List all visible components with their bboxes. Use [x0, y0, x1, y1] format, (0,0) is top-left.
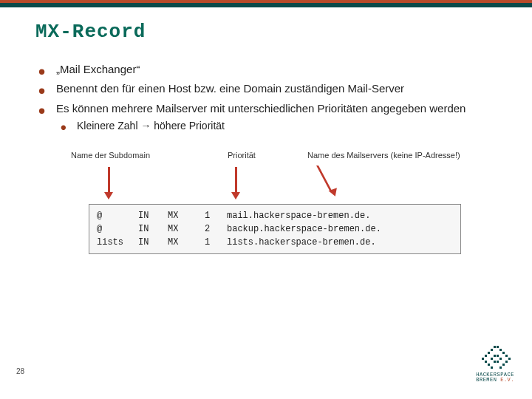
rec-prio: 1 — [205, 236, 227, 249]
rec-prio: 2 — [205, 222, 227, 236]
footer-logo: HACKERSPACE BREMEN E.V. — [476, 346, 514, 383]
rec-prio: 1 — [205, 209, 227, 222]
annotation-priority: Priorität — [228, 151, 256, 160]
rec-class: IN — [138, 236, 168, 249]
top-accent-bar — [0, 0, 532, 7]
rec-name: @ — [97, 222, 138, 236]
rec-type: MX — [168, 236, 205, 249]
rec-target: lists.hackerspace-bremen.de. — [227, 237, 376, 248]
rec-class: IN — [138, 222, 168, 236]
bullet-list: „Mail Exchanger“ Benennt den für einen H… — [35, 62, 497, 133]
rec-target: backup.hackerspace-bremen.de. — [227, 224, 381, 234]
page-number: 28 — [16, 367, 24, 375]
annotation-arrows — [71, 166, 497, 200]
rec-target: mail.hackerspace-bremen.de. — [227, 211, 370, 221]
rec-type: MX — [168, 209, 205, 222]
annotation-name: Name der Subdomain — [71, 151, 150, 160]
logo-line2-main: BREMEN — [476, 377, 497, 383]
bullet-item: „Mail Exchanger“ — [35, 62, 497, 77]
rec-name: @ — [97, 209, 138, 222]
annotation-target: Name des Mailservers (keine IP-Adresse!) — [307, 151, 460, 160]
logo-line2-suffix: E.V. — [500, 377, 514, 383]
arrow-icon — [108, 167, 110, 194]
rec-name: lists — [97, 236, 138, 249]
slide-title: MX-Record — [35, 21, 497, 43]
bullet-text: Es können mehrere Mailserver mit untersc… — [56, 102, 466, 115]
bullet-item: Benennt den für einen Host bzw. eine Dom… — [35, 81, 497, 96]
sub-bullet-list: Kleinere Zahl → höhere Priorität — [56, 119, 497, 133]
arrow-icon — [235, 167, 237, 194]
sub-bullet-item: Kleinere Zahl → höhere Priorität — [56, 119, 497, 133]
rec-type: MX — [168, 222, 205, 236]
annotation-row: Name der Subdomain Priorität Name des Ma… — [71, 151, 497, 166]
bullet-item: Es können mehrere Mailserver mit untersc… — [35, 101, 497, 133]
arrow-icon — [316, 166, 361, 194]
rec-class: IN — [138, 209, 168, 222]
slide-body: MX-Record „Mail Exchanger“ Benennt den f… — [0, 7, 532, 254]
logo-icon — [479, 346, 511, 371]
dns-record-box: @INMX1mail.hackerspace-bremen.de. @INMX2… — [89, 204, 461, 254]
logo-text-line2: BREMEN E.V. — [476, 378, 514, 383]
